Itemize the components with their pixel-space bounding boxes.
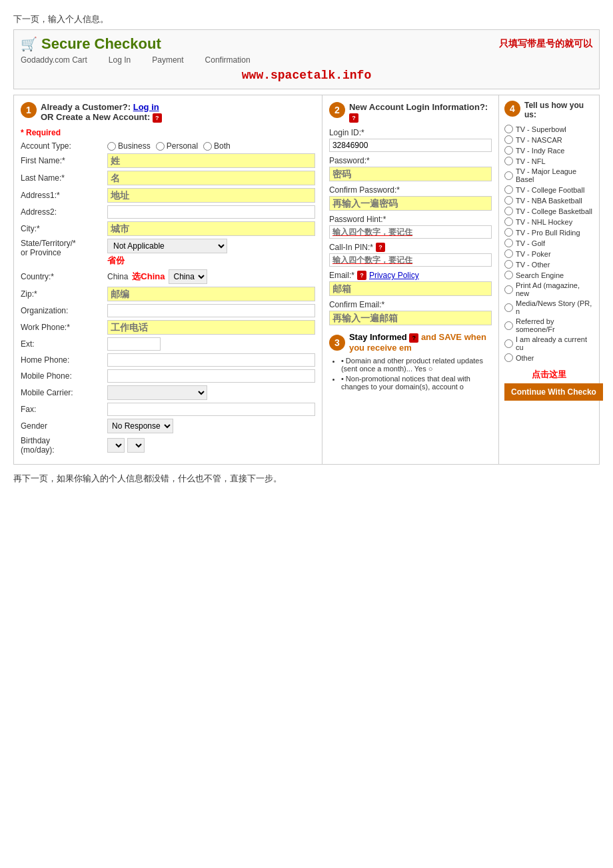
help-icon-1[interactable]: ? <box>153 113 162 123</box>
radio-label-9[interactable]: TV - Pro Bull Riding <box>516 229 580 237</box>
homephone-label: Home Phone: <box>21 355 107 365</box>
org-input[interactable] <box>107 304 315 317</box>
radio-label-17[interactable]: I am already a current cu <box>516 335 594 351</box>
privacy-policy-link[interactable]: Privacy Policy <box>369 271 419 280</box>
header-section: 🛒 Secure Checkout 只填写带星号的就可以 Godaddy.com… <box>13 29 600 89</box>
help-icon-2[interactable]: ? <box>349 113 358 123</box>
radio-label-8[interactable]: TV - NHL Hockey <box>516 218 572 226</box>
workphone-field <box>107 320 315 335</box>
radio-input-3[interactable] <box>504 157 513 165</box>
radio-label-16[interactable]: Referred by someone/Fr <box>516 317 594 333</box>
password-input[interactable] <box>329 167 492 181</box>
radio-input-0[interactable] <box>504 125 513 133</box>
mobilephone-row: Mobile Phone: <box>21 369 315 383</box>
loginid-input[interactable] <box>329 139 492 152</box>
radio-input-7[interactable] <box>504 207 513 215</box>
radio-input-1[interactable] <box>504 135 513 144</box>
radio-input-16[interactable] <box>504 321 513 330</box>
radio-input-17[interactable] <box>504 339 513 348</box>
workphone-input[interactable] <box>107 320 315 335</box>
radio-label-12[interactable]: TV - Other <box>516 261 550 269</box>
radio-label-4[interactable]: TV - Major League Basel <box>516 167 594 183</box>
zip-input[interactable] <box>107 287 315 301</box>
state-row: State/Territory/*or Province Not Applica… <box>21 239 315 267</box>
password-hint-field <box>329 225 492 239</box>
radio-label-7[interactable]: TV - College Basketball <box>516 207 592 215</box>
account-type-business[interactable]: Business <box>107 141 151 151</box>
birthday-row: Birthday(mo/day): <box>21 436 315 455</box>
firstname-input[interactable] <box>107 153 315 168</box>
help-icon-3[interactable]: ? <box>409 333 418 343</box>
ext-input[interactable] <box>107 337 161 351</box>
radio-input-2[interactable] <box>504 146 513 155</box>
radio-label-1[interactable]: TV - NASCAR <box>516 136 562 144</box>
radio-label-2[interactable]: TV - Indy Race <box>516 147 564 155</box>
city-input[interactable] <box>107 221 315 236</box>
help-icon-email[interactable]: ? <box>357 271 366 280</box>
account-type-both[interactable]: Both <box>203 141 231 151</box>
birthday-month-select[interactable] <box>107 438 125 453</box>
radio-option-14: Print Ad (magazine, new <box>504 281 594 297</box>
email-field <box>329 281 492 296</box>
radio-input-9[interactable] <box>504 228 513 237</box>
state-select[interactable]: Not Applicable <box>107 239 227 253</box>
radio-label-5[interactable]: TV - College Football <box>516 186 584 194</box>
password-hint-input[interactable] <box>329 225 492 239</box>
radio-label-13[interactable]: Search Engine <box>516 271 564 279</box>
callin-pin-input[interactable] <box>329 253 492 267</box>
radio-input-5[interactable] <box>504 185 513 194</box>
top-note: 下一页，输入个人信息。 <box>13 13 600 25</box>
section2-title: New Account Login Information?: ? <box>349 102 492 123</box>
account-type-field: Business Personal Both <box>107 141 315 151</box>
radio-label-14[interactable]: Print Ad (magazine, new <box>516 281 594 297</box>
loginid-field <box>329 139 492 152</box>
ext-field <box>107 337 315 351</box>
birthday-day-select[interactable] <box>127 438 145 453</box>
radio-label-0[interactable]: TV - Superbowl <box>516 125 566 133</box>
country-select[interactable]: China <box>169 269 207 284</box>
radio-label-6[interactable]: TV - NBA Basketball <box>516 197 582 205</box>
radio-input-12[interactable] <box>504 260 513 269</box>
radio-input-15[interactable] <box>504 303 513 312</box>
fax-input[interactable] <box>107 403 315 416</box>
radio-label-15[interactable]: Media/News Story (PR, n <box>516 299 594 315</box>
login-link[interactable]: Log in <box>133 102 159 112</box>
radio-label-18[interactable]: Other <box>516 354 534 362</box>
homephone-row: Home Phone: <box>21 353 315 367</box>
country-row: Country:* China 选China China <box>21 269 315 284</box>
radio-input-13[interactable] <box>504 271 513 279</box>
radio-input-10[interactable] <box>504 239 513 247</box>
radio-label-10[interactable]: TV - Golf <box>516 239 545 247</box>
confirm-password-input[interactable] <box>329 196 492 211</box>
radio-input-11[interactable] <box>504 249 513 258</box>
site-url: www.spacetalk.info <box>21 69 592 82</box>
fax-row: Fax: <box>21 403 315 416</box>
lastname-label: Last Name:* <box>21 173 107 183</box>
help-icon-pin[interactable]: ? <box>376 243 385 252</box>
radio-input-6[interactable] <box>504 196 513 205</box>
zip-label: Zip:* <box>21 289 107 299</box>
email-input[interactable] <box>329 281 492 296</box>
continue-button[interactable]: Continue With Checko <box>504 383 603 401</box>
confirm-email-label: Confirm Email:* <box>329 300 492 309</box>
mobilecarrier-select[interactable] <box>107 385 207 400</box>
address2-input[interactable] <box>107 205 315 219</box>
mobilephone-input[interactable] <box>107 369 315 383</box>
radio-input-18[interactable] <box>504 353 513 362</box>
city-field <box>107 221 315 236</box>
radio-label-3[interactable]: TV - NFL <box>516 157 546 165</box>
radio-label-11[interactable]: TV - Poker <box>516 250 551 258</box>
confirm-password-row: Confirm Password:* <box>329 185 492 211</box>
homephone-input[interactable] <box>107 353 315 367</box>
address1-input[interactable] <box>107 188 315 203</box>
radio-input-4[interactable] <box>504 171 513 180</box>
radio-input-14[interactable] <box>504 285 513 294</box>
address1-row: Address1:* <box>21 188 315 203</box>
gender-select[interactable]: No Response <box>107 419 173 433</box>
country-field: China 选China China <box>107 269 207 284</box>
account-type-personal[interactable]: Personal <box>156 141 198 151</box>
lastname-input[interactable] <box>107 171 315 185</box>
fax-label: Fax: <box>21 405 107 414</box>
confirm-email-input[interactable] <box>329 311 492 325</box>
radio-input-8[interactable] <box>504 217 513 226</box>
